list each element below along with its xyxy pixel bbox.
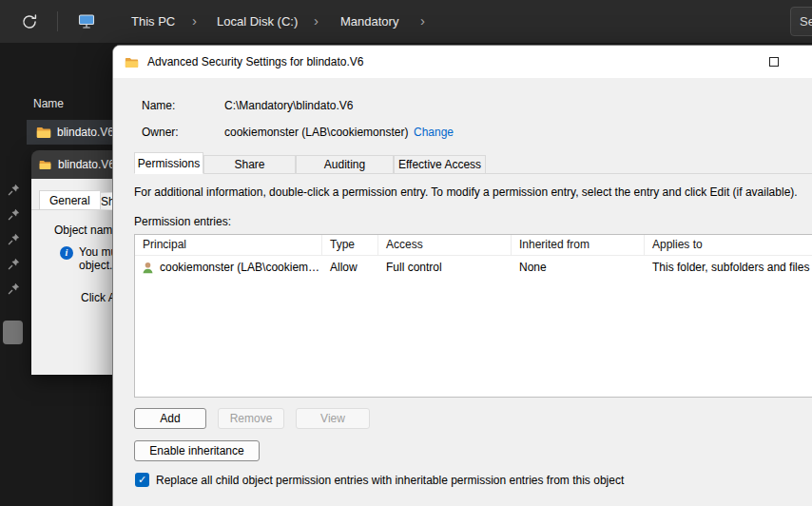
replace-permissions-checkbox-label[interactable]: Replace all child object permission entr…	[156, 474, 624, 487]
checkmark-icon: ✓	[138, 474, 146, 485]
pin-icon	[8, 183, 20, 195]
breadcrumb-chevron-icon: ›	[420, 11, 425, 30]
owner-value: cookiemonster (LAB\cookiemonster)	[224, 126, 408, 139]
search-input[interactable]: Search	[790, 7, 812, 36]
tab-general[interactable]: General	[39, 190, 101, 210]
cell-inherited-from: None	[512, 261, 645, 274]
explorer-address-bar: This PC › Local Disk (C:) › Mandatory › …	[0, 0, 812, 43]
enable-inheritance-button[interactable]: Enable inheritance	[134, 440, 260, 461]
file-list-name-header[interactable]: Name	[33, 97, 64, 110]
permission-warning-text: You must	[79, 245, 112, 259]
file-name: blindato.V6	[57, 126, 112, 139]
tab-permissions[interactable]: Permissions	[134, 152, 203, 174]
folder-icon	[36, 126, 51, 139]
breadcrumb-chevron-icon: ›	[314, 11, 319, 30]
file-list-item-blindato[interactable]: blindato.V6	[27, 120, 112, 145]
column-header-principal[interactable]: Principal	[135, 235, 322, 255]
column-header-type[interactable]: Type	[322, 235, 378, 255]
maximize-button[interactable]	[752, 47, 796, 77]
breadcrumb-this-pc[interactable]: This PC	[131, 12, 175, 30]
owner-label: Owner:	[142, 126, 179, 139]
remove-button: Remove	[218, 408, 284, 429]
properties-dialog: blindato.V6 General Sharing Object name:…	[31, 150, 112, 375]
cell-type: Allow	[322, 261, 378, 274]
tab-auditing[interactable]: Auditing	[296, 155, 394, 174]
breadcrumb-chevron-icon: ›	[192, 11, 197, 30]
security-tab-strip: Permissions Share Auditing Effective Acc…	[134, 152, 812, 174]
nav-selected-item-indicator	[3, 321, 23, 344]
cell-applies-to: This folder, subfolders and files	[645, 261, 812, 274]
close-button[interactable]: ✕	[796, 47, 812, 77]
breadcrumb-local-disk-c[interactable]: Local Disk (C:)	[217, 12, 298, 30]
cell-principal: cookiemonster (LAB\cookiemonster)	[135, 261, 322, 275]
object-name-label: Object name:	[54, 224, 112, 237]
column-header-applies-to[interactable]: Applies to	[645, 235, 812, 255]
security-dialog-title: Advanced Security Settings for blindato.…	[147, 46, 363, 78]
toolbar-divider	[57, 11, 58, 31]
change-owner-link[interactable]: Change	[414, 126, 454, 139]
tab-effective-access[interactable]: Effective Access	[394, 155, 486, 174]
pin-icon	[8, 282, 20, 294]
pin-icon	[8, 257, 20, 269]
add-button[interactable]: Add	[134, 408, 206, 429]
explorer-window: This PC › Local Disk (C:) › Mandatory › …	[0, 0, 812, 506]
security-dialog-titlebar[interactable]: Advanced Security Settings for blindato.…	[113, 46, 812, 78]
pin-icon	[8, 207, 20, 220]
table-header-row: Principal Type Access Inherited from App…	[135, 235, 812, 256]
name-label: Name:	[142, 99, 175, 112]
permission-entries-table: Principal Type Access Inherited from App…	[134, 234, 812, 398]
search-placeholder: Search	[791, 8, 812, 35]
table-row[interactable]: cookiemonster (LAB\cookiemonster) Allow …	[135, 257, 812, 278]
breadcrumb-mandatory[interactable]: Mandatory	[340, 12, 398, 30]
this-pc-icon	[78, 13, 95, 33]
advanced-security-dialog: Advanced Security Settings for blindato.…	[112, 45, 812, 506]
column-header-inherited-from[interactable]: Inherited from	[512, 235, 645, 255]
name-value: C:\Mandatory\blindato.V6	[224, 99, 353, 112]
refresh-icon[interactable]	[21, 13, 38, 30]
properties-dialog-title: blindato.V6	[58, 158, 112, 171]
view-button: View	[296, 408, 370, 429]
tab-share[interactable]: Share	[203, 155, 296, 174]
folder-icon	[125, 55, 139, 72]
replace-permissions-checkbox[interactable]: ✓	[135, 473, 149, 487]
cell-access: Full control	[378, 261, 512, 274]
permission-entries-label: Permission entries:	[134, 215, 231, 228]
info-icon: i	[60, 246, 73, 260]
advanced-hint-text: Click Advanced	[81, 291, 112, 304]
maximize-icon	[769, 57, 779, 67]
properties-dialog-titlebar[interactable]: blindato.V6	[31, 150, 112, 179]
permission-warning-text: object.	[79, 259, 112, 272]
column-header-access[interactable]: Access	[378, 235, 512, 255]
properties-dialog-body: General Sharing Object name: i You must …	[31, 179, 112, 375]
instructions-text: For additional information, double-click…	[134, 185, 812, 199]
user-icon	[141, 261, 155, 275]
folder-icon	[39, 160, 51, 170]
pin-icon	[8, 232, 20, 244]
